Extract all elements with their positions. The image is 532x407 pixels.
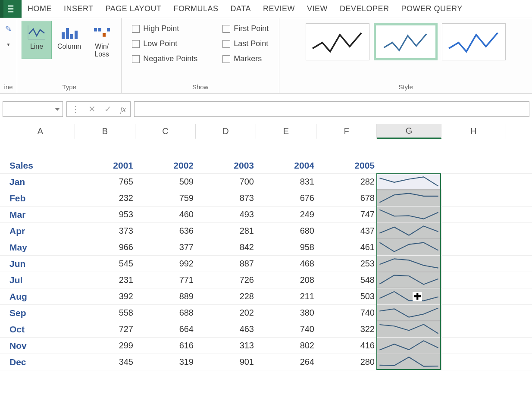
cell-jul-2005[interactable]: 548	[316, 272, 377, 288]
year-header-2003[interactable]: 2003	[196, 157, 256, 173]
cell-sep-2004[interactable]: 380	[256, 305, 316, 321]
cell-g-header[interactable]	[377, 157, 441, 173]
checkbox-first-point[interactable]: First Point	[222, 24, 269, 33]
row-label-sep[interactable]: Sep	[6, 305, 75, 321]
cell-h-0[interactable]	[441, 174, 506, 190]
sparkline-type-line-button[interactable]: Line	[22, 21, 52, 59]
sparkline-dec[interactable]	[377, 354, 441, 370]
ribbon-tab-power-query[interactable]: POWER QUERY	[395, 0, 469, 18]
row-label-jul[interactable]: Jul	[6, 272, 75, 288]
cell-mar-2004[interactable]: 249	[256, 207, 316, 222]
row-label-aug[interactable]: Aug	[6, 288, 75, 304]
cell-mar-2002[interactable]: 460	[135, 207, 196, 222]
sparkline-type-winloss-button[interactable]: Win/ Loss	[87, 21, 117, 59]
cell-jun-2003[interactable]: 887	[196, 256, 256, 272]
row-label-jun[interactable]: Jun	[6, 256, 75, 272]
checkbox-high-point[interactable]: High Point	[132, 24, 197, 33]
sparkline-jun[interactable]	[377, 256, 441, 272]
cell-nov-2005[interactable]: 416	[316, 338, 377, 354]
dropdown-icon[interactable]: ▼	[6, 42, 11, 47]
cell-mar-2001[interactable]: 953	[75, 207, 135, 222]
cell-h-header[interactable]	[441, 157, 506, 173]
checkbox-negative-points[interactable]: Negative Points	[132, 54, 197, 63]
cell-jan-2001[interactable]: 765	[75, 174, 135, 190]
cell-h-2[interactable]	[441, 207, 506, 222]
cell-jan-2003[interactable]: 700	[196, 174, 256, 190]
row-label-oct[interactable]: Oct	[6, 321, 75, 337]
cell-may-2004[interactable]: 958	[256, 239, 316, 255]
name-box[interactable]	[3, 101, 63, 117]
ribbon-tab-insert[interactable]: INSERT	[58, 0, 100, 18]
cell-nov-2001[interactable]: 299	[75, 338, 135, 354]
sparkline-style-3[interactable]	[442, 23, 506, 60]
cell-aug-2005[interactable]: 503	[316, 288, 377, 304]
cell-feb-2005[interactable]: 678	[316, 190, 377, 206]
row-label-jan[interactable]: Jan	[6, 174, 75, 190]
year-header-2002[interactable]: 2002	[135, 157, 196, 173]
cell-aug-2003[interactable]: 228	[196, 288, 256, 304]
sparkline-may[interactable]	[377, 239, 441, 255]
cell-oct-2002[interactable]: 664	[135, 321, 196, 337]
edit-icon[interactable]: ✎	[5, 24, 12, 34]
ribbon-tab-view[interactable]: VIEW	[301, 0, 334, 18]
cell-jul-2003[interactable]: 726	[196, 272, 256, 288]
checkbox-low-point[interactable]: Low Point	[132, 39, 197, 48]
cell-h-1[interactable]	[441, 190, 506, 206]
cell-dec-2001[interactable]: 345	[75, 354, 135, 370]
cell-may-2002[interactable]: 377	[135, 239, 196, 255]
cell-nov-2004[interactable]: 802	[256, 338, 316, 354]
sparkline-oct[interactable]	[377, 321, 441, 337]
app-logo[interactable]	[0, 0, 22, 18]
cell-apr-2005[interactable]: 437	[316, 223, 377, 239]
cell-jun-2005[interactable]: 253	[316, 256, 377, 272]
table-header-label[interactable]: Sales	[6, 157, 75, 173]
row-label-nov[interactable]: Nov	[6, 338, 75, 354]
column-header-C[interactable]: C	[135, 124, 196, 139]
ribbon-tab-review[interactable]: REVIEW	[257, 0, 301, 18]
row-label-apr[interactable]: Apr	[6, 223, 75, 239]
column-header-G[interactable]: G	[377, 124, 441, 139]
cell-jan-2004[interactable]: 831	[256, 174, 316, 190]
checkbox-markers[interactable]: Markers	[222, 54, 269, 63]
sparkline-feb[interactable]	[377, 190, 441, 206]
checkbox-last-point[interactable]: Last Point	[222, 39, 269, 48]
ribbon-tab-page-layout[interactable]: PAGE LAYOUT	[100, 0, 168, 18]
cell-aug-2002[interactable]: 889	[135, 288, 196, 304]
cancel-icon[interactable]: ✕	[88, 104, 96, 114]
formula-bar-input[interactable]	[134, 101, 529, 117]
cell-jul-2004[interactable]: 208	[256, 272, 316, 288]
sparkline-type-column-button[interactable]: Column	[53, 21, 85, 59]
cell-dec-2005[interactable]: 280	[316, 354, 377, 370]
cell-oct-2005[interactable]: 322	[316, 321, 377, 337]
column-header-F[interactable]: F	[316, 124, 377, 139]
cell-apr-2003[interactable]: 281	[196, 223, 256, 239]
cell-h-10[interactable]	[441, 338, 506, 354]
cell-jan-2002[interactable]: 509	[135, 174, 196, 190]
row-label-may[interactable]: May	[6, 239, 75, 255]
sparkline-nov[interactable]	[377, 338, 441, 354]
sparkline-sep[interactable]	[377, 305, 441, 321]
sparkline-mar[interactable]	[377, 207, 441, 222]
cell-feb-2001[interactable]: 232	[75, 190, 135, 206]
row-label-dec[interactable]: Dec	[6, 354, 75, 370]
column-header-B[interactable]: B	[75, 124, 135, 139]
cell-nov-2002[interactable]: 616	[135, 338, 196, 354]
sparkline-style-1[interactable]	[306, 23, 369, 60]
cell-sep-2003[interactable]: 202	[196, 305, 256, 321]
year-header-2004[interactable]: 2004	[256, 157, 316, 173]
sparkline-aug[interactable]	[377, 288, 441, 304]
cell-may-2001[interactable]: 966	[75, 239, 135, 255]
ribbon-tab-developer[interactable]: DEVELOPER	[334, 0, 395, 18]
enter-icon[interactable]: ✓	[104, 104, 112, 114]
cell-mar-2003[interactable]: 493	[196, 207, 256, 222]
cell-aug-2004[interactable]: 211	[256, 288, 316, 304]
formula-expand-icon[interactable]: ⋮	[71, 104, 80, 114]
cell-dec-2003[interactable]: 901	[196, 354, 256, 370]
cell-feb-2002[interactable]: 759	[135, 190, 196, 206]
sparkline-jan[interactable]	[377, 174, 441, 190]
cell-dec-2004[interactable]: 264	[256, 354, 316, 370]
ribbon-tab-formulas[interactable]: FORMULAS	[168, 0, 225, 18]
cell-aug-2001[interactable]: 392	[75, 288, 135, 304]
cell-h-5[interactable]	[441, 256, 506, 272]
cell-h-7[interactable]	[441, 288, 506, 304]
